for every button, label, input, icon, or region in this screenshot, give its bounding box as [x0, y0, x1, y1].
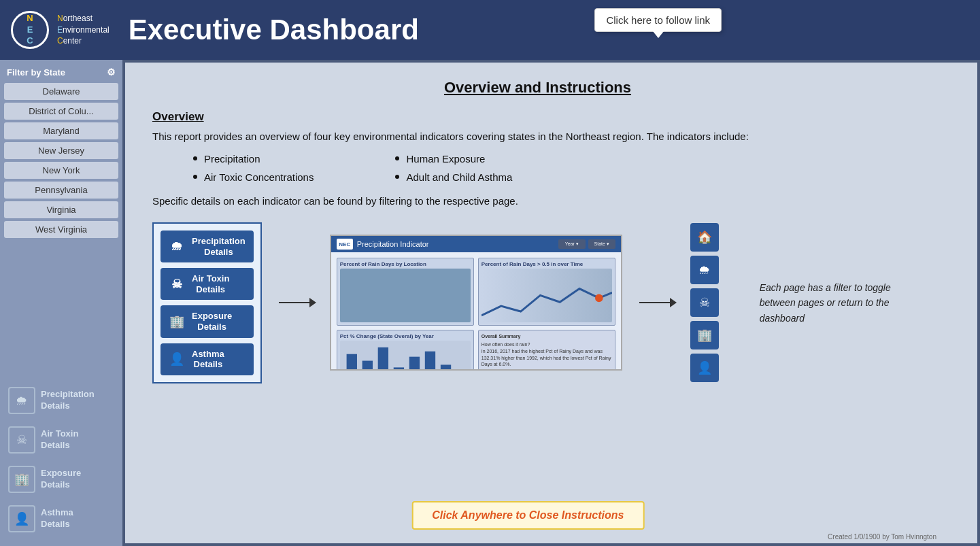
mockup-header: NEC Precipitation Indicator Year ▾ State…: [331, 236, 621, 252]
mockup-title: Precipitation Indicator: [357, 240, 429, 248]
page-btn-airtoxin-icon: ☠: [169, 277, 185, 292]
mockup-logo-text: NEC: [339, 241, 350, 248]
content-area: Overview and Instructions Overview This …: [122, 60, 980, 546]
right-mini-precip: 🌧: [690, 256, 719, 284]
svg-rect-4: [362, 361, 372, 371]
mockup-bar-chart: [340, 341, 471, 371]
arrow-svg: [275, 292, 316, 313]
mockup-summary: Overall Summary How often does it rain?I…: [478, 330, 615, 371]
bullet-human-exposure-label: Human Exposure: [406, 153, 485, 165]
right-mini-building: 🏢: [690, 321, 719, 349]
state-newyork[interactable]: New York: [4, 162, 118, 179]
svg-marker-1: [309, 298, 316, 307]
bullet-col-1: Precipitation Air Toxic Concentrations: [193, 153, 314, 183]
state-delaware[interactable]: Delaware: [4, 83, 118, 100]
right-mini-icons: 🏠 🌧 ☠ 🏢 👤: [690, 223, 719, 382]
bullet-col-2: Human Exposure Adult and Child Asthma: [395, 153, 512, 183]
org-name: Northeast Environmental Center: [57, 13, 109, 47]
right-mini-skull: ☠: [690, 288, 719, 317]
mockup-map-label: Percent of Rain Days by Location: [340, 261, 471, 267]
side-note: Each page has a filter to toggle between…: [760, 280, 896, 326]
bullet-asthma-label: Adult and Child Asthma: [406, 171, 512, 183]
arrow2-container: [636, 292, 677, 313]
nav-asthma[interactable]: 👤 AsthmaDetails: [4, 500, 118, 538]
mockup-line-box: Percent of Rain Days > 0.5 in over Time: [478, 258, 615, 326]
svg-rect-5: [377, 347, 388, 371]
svg-rect-7: [409, 357, 420, 371]
nav-air-toxin[interactable]: ☠ Air ToxinDetails: [4, 421, 118, 459]
logo: N E C: [11, 11, 49, 49]
logo-n: N: [27, 13, 33, 23]
nav-exposure[interactable]: 🏢 ExposureDetails: [4, 460, 118, 498]
state-newjersey[interactable]: New Jersey: [4, 142, 118, 159]
page-btn-air-toxin[interactable]: ☠ Air ToxinDetails: [160, 268, 254, 300]
bullet-dot-1: [193, 156, 197, 160]
org-n: N: [57, 14, 63, 23]
overview-text: This report provides an overview of four…: [152, 129, 923, 145]
mockup-line-label: Percent of Rain Days > 0.5 in over Time: [481, 261, 612, 267]
svg-point-2: [595, 294, 603, 303]
page-btn-asthma-label: AsthmaDetails: [192, 349, 224, 370]
right-mini-person: 👤: [690, 354, 719, 382]
asthma-icon: 👤: [8, 505, 35, 532]
state-dc[interactable]: District of Colu...: [4, 103, 118, 120]
logo-c: C: [27, 35, 33, 46]
nav-exposure-label: ExposureDetails: [41, 468, 81, 491]
page-buttons-box: 🌧 PrecipitationDetails ☠ Air ToxinDetail…: [152, 222, 262, 383]
mockup-line-chart: [481, 269, 612, 322]
filter-icon: ⚙: [107, 67, 116, 78]
arrow2-svg: [636, 292, 677, 313]
screenshot-mockup: NEC Precipitation Indicator Year ▾ State…: [330, 235, 622, 371]
filter-text: Filter by State: [7, 67, 65, 78]
svg-rect-3: [346, 354, 356, 371]
state-maryland[interactable]: Maryland: [4, 122, 118, 139]
bullet-dot-3: [395, 156, 399, 160]
nav-asthma-label: AsthmaDetails: [41, 507, 73, 530]
mockup-state-select: State ▾: [588, 239, 615, 249]
close-instructions-button[interactable]: Click Anywhere to Close Instructions: [411, 501, 644, 530]
bullet-human-exposure: Human Exposure: [395, 153, 512, 165]
mockup-bar-label: Pct % Change (State Overal) by Year: [340, 333, 471, 339]
page-btn-exposure[interactable]: 🏢 ExposureDetails: [160, 305, 254, 337]
logo-e: E: [27, 24, 33, 35]
mockup-controls: Year ▾ State ▾: [558, 239, 615, 249]
bullet-dot-2: [193, 175, 197, 179]
overview-heading: Overview: [152, 110, 923, 124]
instruction-panel: Overview and Instructions Overview This …: [125, 63, 977, 543]
svg-rect-8: [425, 352, 435, 371]
sidebar: Filter by State ⚙ Delaware District of C…: [0, 60, 122, 546]
main-layout: Filter by State ⚙ Delaware District of C…: [0, 60, 980, 546]
state-westvirginia[interactable]: West Virginia: [4, 221, 118, 238]
nav-precipitation-label: PrecipitationDetails: [41, 389, 95, 412]
mockup-body: Percent of Rain Days by Location Percent…: [331, 252, 621, 369]
panel-title: Overview and Instructions: [152, 79, 923, 97]
bullet-air-toxic: Air Toxic Concentrations: [193, 171, 314, 183]
mockup-map: [340, 269, 471, 322]
exposure-icon: 🏢: [8, 466, 35, 493]
bullet-dot-4: [395, 175, 399, 179]
arrow-container: [275, 292, 316, 313]
header: N E C Northeast Environmental Center Exe…: [0, 0, 980, 60]
page-btn-asthma-icon: 👤: [169, 352, 185, 366]
page-btn-precipitation[interactable]: 🌧 PrecipitationDetails: [160, 231, 254, 262]
specific-text: Specific details on each indicator can b…: [152, 194, 923, 209]
bullet-asthma: Adult and Child Asthma: [395, 171, 512, 183]
org-c: C: [57, 36, 63, 46]
bullet-precipitation-label: Precipitation: [204, 153, 260, 165]
mockup-summary-text: How often does it rain?In 2016, 2017 had…: [481, 341, 612, 368]
tooltip-bubble[interactable]: Click here to follow link: [594, 8, 722, 32]
bullet-precipitation: Precipitation: [193, 153, 314, 165]
state-pennsylvania[interactable]: Pennsylvania: [4, 182, 118, 199]
right-mini-home: 🏠: [690, 223, 719, 252]
page-btn-asthma[interactable]: 👤 AsthmaDetails: [160, 343, 254, 375]
page-btn-precip-label: PrecipitationDetails: [192, 236, 246, 257]
org-e: E: [57, 25, 63, 35]
state-virginia[interactable]: Virginia: [4, 201, 118, 218]
mockup-grid: Percent of Rain Days by Location Percent…: [337, 258, 615, 371]
svg-rect-9: [441, 365, 451, 371]
diagram-area: 🌧 PrecipitationDetails ☠ Air ToxinDetail…: [152, 222, 923, 383]
nav-precipitation[interactable]: 🌧 PrecipitationDetails: [4, 381, 118, 420]
page-btn-precip-icon: 🌧: [169, 239, 185, 254]
mockup-bar-box: Pct % Change (State Overal) by Year: [337, 330, 474, 371]
precipitation-icon: 🌧: [8, 387, 35, 414]
